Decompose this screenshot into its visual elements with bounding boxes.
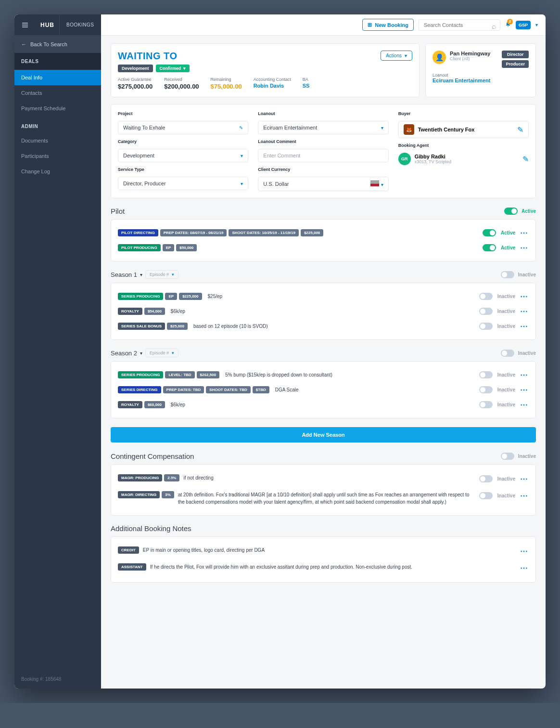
add-new-season-button[interactable]: Add New Season [111,427,536,442]
row-toggle[interactable] [479,293,493,300]
row-menu-icon[interactable]: ⋯ [520,474,529,483]
season2-toggle[interactable] [501,350,514,357]
row-menu-icon[interactable]: ⋯ [520,307,529,316]
row-menu-icon[interactable]: ⋯ [520,546,529,556]
project-label: Project [118,111,248,116]
client-name: Pan Hemingway [450,51,498,56]
row-menu-icon[interactable]: ⋯ [520,228,529,237]
accounting-contact-link[interactable]: Robin Davis [254,83,291,89]
row-toggle[interactable] [479,401,493,408]
sidebar-item-documents[interactable]: Documents [14,133,101,148]
line-note: $6k/ep [171,402,185,407]
contingent-toggle[interactable] [501,453,514,460]
row-toggle[interactable] [483,244,496,251]
bookings-tab[interactable]: BOOKINGS [59,14,101,36]
pill: SERIES PRODUCING [118,293,163,300]
us-flag-icon [370,181,379,186]
search-icon: ⌕ [492,22,496,31]
row-menu-icon[interactable]: ⋯ [520,322,529,331]
loanout-link[interactable]: Eciruam Entertainment [433,78,529,83]
metric-label: Accounting Contact [254,77,291,82]
chevron-down-icon[interactable]: ▾ [140,351,142,356]
chevron-down-icon: ▾ [381,125,383,130]
notifications-button[interactable]: 2 [505,21,511,29]
director-tag: Director [502,51,529,58]
line-note: at 20th definition. Fox's traditional MA… [178,491,475,506]
chevron-down-icon[interactable]: ▾ [140,272,142,277]
row-status: Inactive [497,324,515,329]
pill: SERIES PRODUCING [118,371,163,378]
loanout-select[interactable]: Eciruam Entertainment▾ [258,121,388,134]
buyer-label: Buyer [398,111,529,116]
row-toggle[interactable] [479,323,493,330]
client-avatar: 👤 [433,51,446,64]
row-status: Inactive [497,309,515,314]
loanout-comment-label: Loanout Comment [258,139,388,144]
hamburger-menu[interactable] [14,21,36,29]
deals-header: DEALS [14,53,101,70]
pill: 3% [162,491,174,498]
row-toggle[interactable] [479,308,493,315]
active-guarantee-value: $275,000.00 [118,83,153,90]
notes-title: Additional Booking Notes [111,524,191,533]
pill: SERIES DIRECTING [118,386,161,393]
sidebar-item-participants[interactable]: Participants [14,148,101,164]
project-input[interactable]: Waiting To Exhale✎ [118,121,248,134]
received-value: $200,000.00 [164,83,199,90]
season1-card: SERIES PRODUCINGEP$225,000$25/epInactive… [111,283,536,340]
line-note: $6k/ep [171,309,185,314]
search-box: ⌕ [419,19,500,31]
new-booking-button[interactable]: ⊞ New Booking [362,19,414,31]
edit-icon[interactable]: ✎ [522,155,529,164]
episode-select[interactable]: Episode #▾ [145,270,178,279]
service-select[interactable]: Director, Producer▾ [118,177,248,190]
pill: $50,000 [176,244,197,251]
ba-link[interactable]: SS [303,83,310,89]
line-note: EP in main or opening titles, logo card,… [143,546,516,554]
actions-button[interactable]: Actions ▾ [381,51,412,61]
chevron-down-icon: ▾ [241,153,243,158]
sidebar-item-payment-schedule[interactable]: Payment Schedule [14,101,101,116]
pill: $262,500 [197,371,219,378]
row-menu-icon[interactable]: ⋯ [520,491,529,500]
line-note: If he directs the Pilot, Fox will provid… [150,563,516,571]
contingent-status: Inactive [518,454,536,459]
chevron-down-icon: ▾ [381,182,383,187]
buyer-field[interactable]: 🦊 Twentieth Century Fox ✎ [398,121,529,138]
currency-select[interactable]: U.S. Dollar▾ [258,177,388,191]
row-menu-icon[interactable]: ⋯ [520,385,529,394]
agent-sub: x3013, TV Scripted [415,159,451,164]
episode-select[interactable]: Episode #▾ [145,349,178,357]
agent-field: GR Gibby Radki x3013, TV Scripted ✎ [398,153,529,165]
row-toggle[interactable] [479,475,493,482]
edit-icon[interactable]: ✎ [517,125,523,134]
pill: SHOOT DATES: 10/25/19 - 11/19/19 [229,229,298,236]
client-card: 👤 Pan Hemingway Client (All) Director Pr… [425,43,536,97]
season1-status: Inactive [518,272,536,277]
sidebar-item-contacts[interactable]: Contacts [14,85,101,101]
row-menu-icon[interactable]: ⋯ [520,243,529,252]
loanout-comment-input[interactable]: Enter Comment [258,149,388,162]
user-chip[interactable]: GSP [516,21,531,29]
row-toggle[interactable] [483,229,496,236]
category-select[interactable]: Development▾ [118,149,248,162]
row-status: Inactive [497,493,515,498]
season1-toggle[interactable] [501,271,514,278]
row-toggle[interactable] [479,386,493,393]
pilot-toggle[interactable] [504,208,518,215]
back-to-search[interactable]: ← Back To Search [14,36,101,53]
row-menu-icon[interactable]: ⋯ [520,370,529,379]
row-menu-icon[interactable]: ⋯ [520,292,529,301]
row-menu-icon[interactable]: ⋯ [520,400,529,409]
row-toggle[interactable] [479,371,493,378]
search-input[interactable] [419,19,500,31]
row-toggle[interactable] [479,492,493,499]
sidebar-item-change-log[interactable]: Change Log [14,164,101,179]
sidebar-item-deal-info[interactable]: Deal Info [14,70,101,85]
row-status: Active [501,245,515,250]
row-menu-icon[interactable]: ⋯ [520,563,529,572]
notes-card: CREDITEP in main or opening titles, logo… [111,536,536,583]
confirmed-tag[interactable]: Confirmed▾ [156,65,190,72]
pill: PILOT DIRECTING [118,229,158,236]
user-chevron-icon[interactable]: ▾ [535,22,538,27]
